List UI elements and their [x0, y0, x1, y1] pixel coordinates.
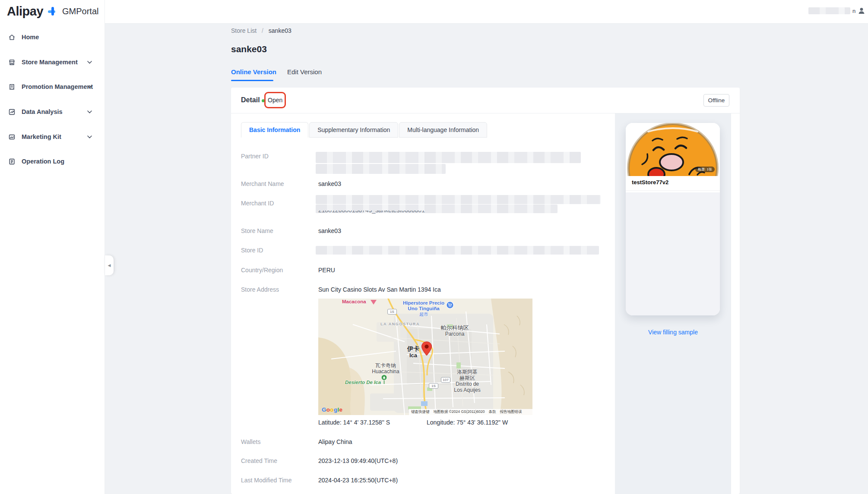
divider: [626, 190, 720, 191]
map-label-los-aquijes: 洛斯阿基 赫斯区 Distrito de Los Aquijes: [446, 369, 489, 393]
top-header-bar: n: [105, 0, 868, 24]
map-report-error-link[interactable]: 报告地图错误: [500, 409, 522, 415]
tab-multi-language-information[interactable]: Multi-language Information: [399, 122, 487, 138]
map-label-huacachina: 瓦卡奇纳 Huacachina: [364, 362, 407, 374]
brand-product-name: GMPortal: [62, 6, 98, 16]
app-window: n Alipay GMPortal Home: [0, 0, 868, 494]
latitude-value: Latitude: 14° 4' 37.1258'' S: [318, 419, 390, 426]
detail-card: Detail Open Offline Basic Information Su…: [231, 88, 740, 494]
longitude-value: Longitude: 75° 43' 36.1192" W: [427, 419, 508, 426]
album-count-badge: 相册: 1张: [695, 167, 715, 172]
sidebar-item-label: Operation Log: [22, 158, 64, 165]
tab-online-version[interactable]: Online Version: [231, 68, 276, 76]
merchant-name-value: sanke03: [318, 180, 341, 187]
breadcrumb-store-list[interactable]: Store List: [231, 27, 257, 34]
breadcrumb-separator: /: [262, 27, 263, 34]
partner-id-redacted-line1: [316, 152, 581, 163]
partner-id-redacted-line2: [316, 164, 446, 174]
merchant-name-label: Merchant Name: [241, 180, 284, 187]
tab-supplementary-information[interactable]: Supplementary Information: [309, 122, 398, 138]
sidebar-item-home[interactable]: Home: [0, 28, 105, 46]
map-label-desierto-de-ica: Desierto De Ica: [345, 380, 381, 385]
map-data-attribution: 地图数据 ©2024 GS(2011)6020: [434, 409, 485, 415]
view-filling-sample-link[interactable]: View filling sample: [615, 329, 731, 336]
tab-edit-version[interactable]: Edit Version: [287, 68, 322, 76]
sidebar-collapse-handle[interactable]: ◀: [105, 255, 114, 275]
status-badge: Open: [268, 97, 282, 104]
google-logo[interactable]: Google: [322, 406, 342, 413]
map-shopping-cart-poi-icon: [446, 301, 454, 309]
store-address-label: Store Address: [241, 286, 279, 293]
store-name-label: Store Name: [241, 227, 273, 234]
tab-basic-information[interactable]: Basic Information: [241, 122, 308, 138]
created-time-label: Created Time: [241, 457, 277, 464]
sidebar-item-label: Marketing Kit: [22, 133, 61, 140]
route-shield-1s: 1S: [429, 383, 438, 389]
last-modified-time-label: Last Modified Time: [241, 477, 292, 484]
merchant-id-label: Merchant ID: [241, 200, 274, 207]
route-shield-107: 107: [441, 377, 450, 383]
document-list-icon: [8, 158, 16, 165]
sidebar: Alipay GMPortal Home Store Management: [0, 0, 105, 494]
store-address-value: Sun City Casino Slots Av San Martin 1394…: [318, 286, 441, 293]
storefront-icon: [8, 59, 16, 66]
user-account-suffix: n: [852, 8, 855, 14]
created-time-value: 2023-12-13 09:49:40(UTC+8): [318, 457, 398, 464]
sidebar-item-marketing-kit[interactable]: Marketing Kit: [0, 128, 105, 145]
chevron-down-icon: [87, 61, 92, 64]
map-terms-link[interactable]: 条款: [489, 409, 496, 415]
page-title: sanke03: [231, 44, 267, 54]
chart-icon: [8, 108, 16, 116]
user-account-redacted: [808, 7, 850, 14]
breadcrumb: Store List / sanke03: [231, 27, 291, 34]
store-preview-card: 相册: 1张 testStore77v2: [626, 123, 720, 315]
chevron-down-icon: [87, 135, 92, 138]
country-region-value: PERU: [318, 267, 335, 274]
merchant-id-partial-value: 2188120000130749_sanketest0000001: [318, 211, 448, 215]
offline-button[interactable]: Offline: [703, 94, 729, 107]
map-tree-poi-icon: [381, 374, 387, 385]
map-label-hiperstore: Hiperstore Precio Uno Tinguiña 超市: [402, 300, 446, 317]
store-preview-panel: 相册: 1张 testStore77v2 View filling sample: [615, 113, 731, 494]
wallets-label: Wallets: [241, 438, 260, 445]
preview-body-placeholder: [626, 192, 720, 315]
map-label-parcona: 帕尔科纳区 Parcona: [433, 324, 476, 337]
sidebar-item-operation-log[interactable]: Operation Log: [0, 153, 105, 170]
sidebar-item-label: Home: [22, 34, 39, 41]
map-attribution-bar: 键盘快捷键 地图数据 ©2024 GS(2011)6020 条款 报告地图错误: [409, 409, 532, 415]
map-marker-triangle-icon: [371, 300, 377, 305]
last-modified-time-value: 2024-04-23 16:25:50(UTC+8): [318, 477, 398, 484]
chevron-down-icon: [87, 85, 92, 88]
status-dot: [262, 99, 265, 102]
map-label-la-angostura: LA ANGOSTURA: [380, 322, 420, 326]
sidebar-item-data-analysis[interactable]: Data Analysis: [0, 103, 105, 120]
map-label-macacona: Macacona: [342, 299, 366, 304]
home-icon: [8, 34, 16, 41]
route-shield-1s: 1S: [387, 309, 397, 315]
store-id-label: Store ID: [241, 247, 263, 254]
active-tab-underline: [231, 80, 273, 81]
sidebar-item-label: Data Analysis: [22, 108, 63, 115]
map-keyboard-shortcuts[interactable]: 键盘快捷键: [411, 409, 430, 415]
merchant-id-redacted-line1: [316, 195, 601, 204]
store-name-value: sanke03: [318, 227, 341, 234]
country-region-label: Country/Region: [241, 267, 283, 274]
alipay-plus-icon: [47, 6, 58, 17]
partner-id-label: Partner ID: [241, 153, 269, 160]
detail-title: Detail: [241, 96, 260, 104]
brand-logo[interactable]: Alipay GMPortal: [7, 4, 99, 19]
sidebar-item-label: Store Management: [22, 59, 78, 66]
image-icon: [8, 133, 16, 141]
receipt-icon: [8, 83, 16, 91]
info-tabs: Basic Information Supplementary Informat…: [241, 122, 488, 138]
store-id-redacted: [316, 246, 599, 255]
store-location-map[interactable]: Macacona Hiperstore Precio Uno Tinguiña …: [318, 299, 532, 415]
sidebar-item-promotion-management[interactable]: Promotion Management: [0, 78, 105, 95]
user-avatar-icon[interactable]: [858, 7, 865, 15]
sidebar-item-store-management[interactable]: Store Management: [0, 53, 105, 71]
breadcrumb-current: sanke03: [269, 27, 291, 34]
chevron-down-icon: [87, 110, 92, 113]
preview-store-name: testStore77v2: [632, 179, 668, 186]
sidebar-item-label: Promotion Management: [22, 83, 93, 90]
store-cover-image: 相册: 1张: [626, 123, 720, 176]
